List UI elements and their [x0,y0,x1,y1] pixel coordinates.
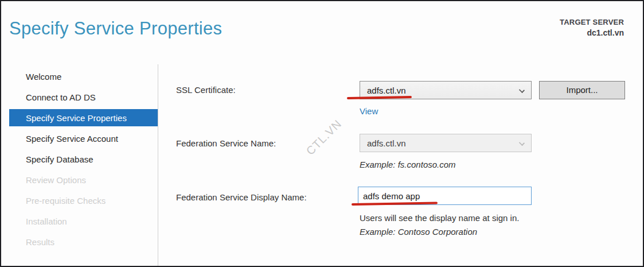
sidebar-item-specify-service-account[interactable]: Specify Service Account [9,130,158,147]
sidebar-item-welcome[interactable]: Welcome [9,68,158,85]
federation-service-display-name-label: Federation Service Display Name: [176,192,307,202]
sidebar-item-installation: Installation [9,212,158,230]
view-certificate-link[interactable]: View [360,106,378,116]
federation-service-name-example: Example: fs.contoso.com [360,160,456,169]
import-button[interactable]: Import... [539,81,625,99]
target-server-info: TARGET SERVER dc1.ctl.vn [560,17,624,38]
wizard-steps-sidebar: Welcome Connect to AD DS Specify Service… [9,68,158,254]
federation-service-name-label: Federation Service Name: [176,138,276,148]
adfs-configuration-wizard-window: Specify Service Properties TARGET SERVER… [0,0,644,267]
target-server-name: dc1.ctl.vn [560,28,624,38]
sidebar-item-review-options: Review Options [9,171,158,188]
display-name-example: Example: Contoso Corporation [360,227,477,237]
sidebar-item-pre-requisite-checks: Pre-requisite Checks [9,192,158,209]
chevron-down-icon [519,87,525,93]
watermark-text: CTL.VN [297,110,351,164]
display-name-helper-text: Users will see the display name at sign … [360,213,519,223]
sidebar-item-connect-to-ad-ds[interactable]: Connect to AD DS [9,88,158,106]
ssl-certificate-label: SSL Certificate: [176,85,236,95]
ssl-certificate-value: adfs.ctl.vn [367,86,406,95]
page-title: Specify Service Properties [9,18,222,39]
federation-service-name-combobox[interactable]: adfs.ctl.vn [360,134,532,152]
sidebar-item-results: Results [9,233,158,250]
target-server-label: TARGET SERVER [560,17,624,28]
chevron-down-icon [519,140,525,146]
sidebar-item-specify-service-properties[interactable]: Specify Service Properties [9,109,158,126]
sidebar-divider [158,64,158,267]
sidebar-item-specify-database[interactable]: Specify Database [9,150,158,168]
federation-service-name-value: adfs.ctl.vn [367,138,406,148]
